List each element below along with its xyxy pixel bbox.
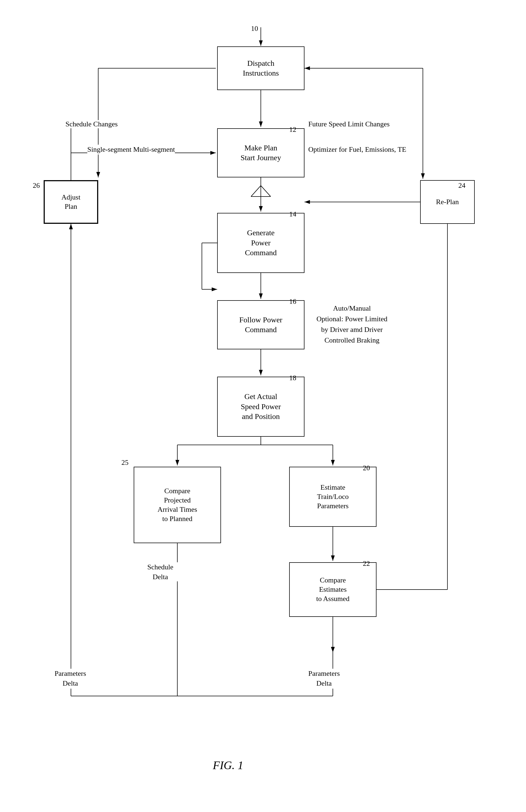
number-10: 10 [251, 25, 258, 33]
fig-label: FIG. 1 [213, 759, 243, 772]
future-speed-label: Future Speed Limit Changes [308, 120, 390, 128]
replan-label: Re-Plan [436, 197, 459, 207]
number-18: 18 [289, 374, 296, 382]
makeplan-box: Make Plan Start Journey [217, 128, 305, 177]
params-delta-right-label: ParametersDelta [308, 669, 340, 688]
diagram-container: Dispatch Instructions 10 Make Plan Start… [0, 0, 526, 812]
estimate-box: Estimate Train/Loco Parameters [289, 467, 377, 527]
compare-arrival-box: Compare Projected Arrival Times to Plann… [134, 467, 221, 543]
svg-line-4 [251, 186, 261, 197]
schedule-delta-label: ScheduleDelta [147, 562, 173, 582]
genpower-box: Generate Power Command [217, 213, 305, 273]
number-14: 14 [289, 210, 296, 218]
compare-est-box: Compare Estimates to Assumed [289, 562, 377, 617]
followpower-box: Follow Power Command [217, 300, 305, 349]
makeplan-label: Make Plan Start Journey [240, 143, 281, 163]
genpower-label: Generate Power Command [245, 228, 277, 258]
optimizer-label: Optimizer for Fuel, Emissions, TE [308, 145, 406, 155]
dispatch-instructions-box: Dispatch Instructions [217, 46, 305, 90]
number-12: 12 [289, 126, 296, 134]
compare-arrival-label: Compare Projected Arrival Times to Plann… [157, 487, 197, 523]
getactual-label: Get Actual Speed Power and Position [241, 392, 281, 421]
schedule-changes-label: Schedule Changes [65, 120, 118, 128]
number-24: 24 [458, 182, 465, 190]
compare-est-label: Compare Estimates to Assumed [316, 576, 350, 603]
number-22: 22 [363, 560, 370, 568]
number-16: 16 [289, 298, 296, 306]
followpower-label: Follow Power Command [239, 315, 282, 335]
adjust-plan-box: Adjust Plan [44, 180, 98, 224]
number-26: 26 [33, 182, 40, 190]
estimate-label: Estimate Train/Loco Parameters [317, 483, 349, 510]
dispatch-instructions-label: Dispatch Instructions [243, 58, 279, 78]
params-delta-left-label: ParametersDelta [55, 669, 86, 688]
replan-box: Re-Plan [420, 180, 475, 224]
svg-line-5 [261, 186, 271, 197]
auto-manual-label: Auto/ManualOptional: Power Limitedby Dri… [317, 303, 388, 346]
number-25: 25 [121, 459, 129, 467]
getactual-box: Get Actual Speed Power and Position [217, 377, 305, 437]
adjust-plan-label: Adjust Plan [61, 193, 80, 211]
number-20: 20 [363, 464, 370, 472]
single-segment-label: Single-segment Multi-segment [87, 145, 175, 155]
